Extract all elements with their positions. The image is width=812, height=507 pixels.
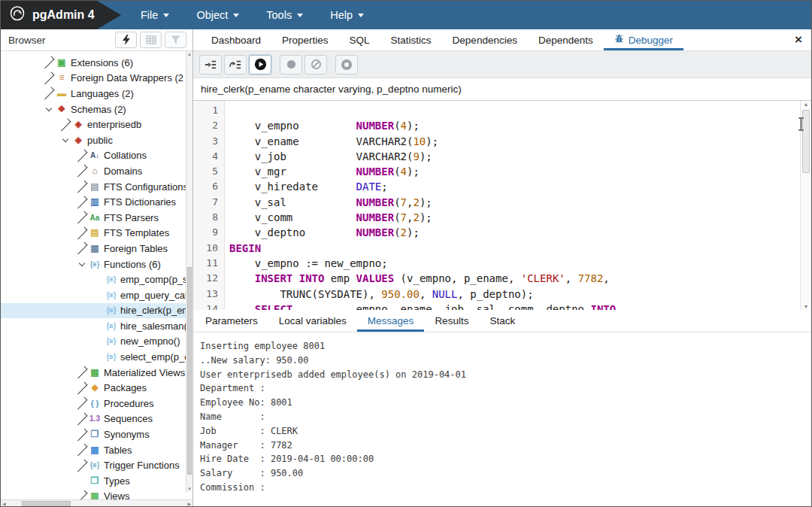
query-tool-button[interactable] [140, 32, 162, 48]
clear-breakpoints-button[interactable] [304, 55, 327, 74]
chevron-right-icon[interactable] [75, 428, 88, 441]
tree-item-emp-comp-p-s[interactable]: {≡}emp_comp(p_s [1, 272, 192, 287]
tree-item-hire-clerk-p-en[interactable]: {≡}hire_clerk(p_en [1, 303, 192, 319]
chevron-right-icon[interactable] [75, 366, 88, 379]
tree-item-schemas-2[interactable]: ❖Schemas (2) [1, 102, 192, 117]
scroll-down-icon[interactable]: ▼ [801, 304, 811, 309]
tree-item-tables[interactable]: ▦Tables [1, 442, 192, 458]
tab-results[interactable]: Results [424, 310, 479, 332]
tree-item-fts-parsers[interactable]: AaFTS Parsers [1, 210, 192, 226]
filter-button[interactable] [165, 32, 186, 48]
line-number[interactable]: 13 [193, 287, 218, 302]
tree-item-domains[interactable]: ⌂Domains [1, 163, 192, 179]
scroll-up-icon[interactable]: ▲ [186, 52, 192, 56]
tree-item-select-emp-p-e[interactable]: {≡}select_emp(p_e [1, 349, 192, 365]
tree-item-trigger-functions[interactable]: {≡}Trigger Functions [1, 457, 192, 473]
tree-item-collations[interactable]: A↓Collations [1, 148, 192, 164]
tree-item-materialized-views[interactable]: ▦Materialized Views [1, 365, 192, 381]
tree-item-enterprisedb[interactable]: ◈enterprisedb [1, 117, 192, 132]
tree-item-public[interactable]: ◈public [1, 132, 192, 148]
step-into-button[interactable] [199, 55, 222, 74]
close-icon[interactable]: × [795, 32, 802, 47]
tree-item-types[interactable]: ❐Types [1, 473, 192, 489]
scrollbar-thumb[interactable] [22, 501, 71, 506]
tab-properties[interactable]: Properties [271, 29, 339, 50]
chevron-right-icon[interactable] [75, 412, 88, 425]
tree-item-foreign-data-wrappers-2[interactable]: ≡Foreign Data Wrappers (2 [1, 71, 192, 87]
chevron-right-icon[interactable] [75, 444, 88, 457]
tab-local-variables[interactable]: Local variables [268, 310, 357, 332]
continue-button[interactable] [249, 55, 271, 74]
chevron-right-icon[interactable] [75, 397, 88, 410]
tab-dependents[interactable]: Dependents [528, 29, 604, 50]
line-number[interactable]: 2 [193, 118, 218, 133]
step-over-button[interactable] [224, 55, 247, 74]
menu-object[interactable]: Object [196, 9, 239, 21]
chevron-right-icon[interactable] [42, 56, 55, 69]
scroll-up-icon[interactable]: ▲ [801, 102, 811, 107]
chevron-down-icon[interactable] [46, 105, 52, 111]
scroll-left-icon[interactable]: ◀ [2, 501, 6, 506]
chevron-right-icon[interactable] [59, 118, 71, 131]
tree-item-sequences[interactable]: 1.3Sequences [1, 411, 192, 427]
line-number[interactable]: 7 [193, 195, 218, 210]
tree-item-views[interactable]: ▦Views [1, 489, 192, 499]
chevron-right-icon[interactable] [75, 459, 88, 472]
chevron-right-icon[interactable] [75, 211, 88, 224]
tab-parameters[interactable]: Parameters [195, 310, 268, 332]
line-number[interactable]: 8 [193, 210, 218, 225]
code-content[interactable]: v_empno NUMBER(4); v_ename VARCHAR2(10);… [225, 101, 811, 310]
stop-button[interactable] [335, 55, 358, 74]
line-number[interactable]: 12 [193, 271, 218, 286]
tab-stack[interactable]: Stack [479, 310, 526, 332]
chevron-right-icon[interactable] [75, 181, 88, 193]
tab-sql[interactable]: SQL [339, 29, 380, 50]
scroll-right-icon[interactable]: ▶ [187, 501, 191, 506]
scrollbar-thumb[interactable] [187, 267, 192, 474]
tab-debugger[interactable]: Debugger [604, 29, 683, 50]
line-number[interactable]: 1 [193, 103, 218, 118]
chevron-right-icon[interactable] [75, 381, 88, 394]
chevron-down-icon[interactable] [79, 260, 85, 266]
tree-item-synonyms[interactable]: ❐Synonyms [1, 427, 192, 442]
tree-item-fts-templates[interactable]: ▤FTS Templates [1, 226, 192, 241]
line-number[interactable]: 11 [193, 256, 218, 271]
tab-messages[interactable]: Messages [357, 310, 425, 332]
menu-help[interactable]: Help [330, 9, 364, 21]
chevron-right-icon[interactable] [75, 165, 88, 178]
tree-vertical-scrollbar[interactable]: ▲ ▼ [186, 51, 192, 492]
chevron-right-icon[interactable] [75, 226, 88, 239]
tree-item-extensions-6[interactable]: ▣Extensions (6) [1, 55, 192, 71]
line-number[interactable]: 3 [193, 134, 218, 149]
line-number[interactable]: 14 [193, 302, 218, 310]
line-number[interactable]: 6 [193, 179, 218, 194]
chevron-right-icon[interactable] [75, 149, 88, 162]
tree-item-hire-salesman[interactable]: {≡}hire_salesman( [1, 318, 192, 334]
chevron-right-icon[interactable] [75, 242, 88, 255]
tree-item-fts-dictionaries[interactable]: ▥FTS Dictionaries [1, 194, 192, 210]
tree-item-foreign-tables[interactable]: ▦Foreign Tables [1, 241, 192, 257]
scroll-down-icon[interactable]: ▼ [186, 487, 192, 491]
menu-tools[interactable]: Tools [266, 9, 303, 21]
tree-item-functions-6[interactable]: {≡}Functions (6) [1, 257, 192, 272]
chevron-right-icon[interactable] [75, 196, 88, 208]
tree-horizontal-scrollbar[interactable]: ◀ ▶ [1, 499, 192, 507]
tree-item-emp-query-cal[interactable]: {≡}emp_query_cal [1, 287, 192, 303]
tree-item-procedures[interactable]: { }Procedures [1, 396, 192, 411]
tab-statistics[interactable]: Statistics [380, 29, 442, 50]
code-editor[interactable]: 1234567891011121314 v_empno NUMBER(4); v… [193, 101, 811, 310]
tab-dependencies[interactable]: Dependencies [442, 29, 528, 50]
tree-item-packages[interactable]: ◆Packages [1, 380, 192, 396]
chevron-down-icon[interactable] [62, 136, 68, 142]
line-number[interactable]: 9 [193, 225, 218, 240]
line-number[interactable]: 5 [193, 164, 218, 179]
line-number[interactable]: 10 [193, 241, 218, 256]
scrollbar-thumb[interactable] [802, 110, 810, 173]
chevron-right-icon[interactable] [42, 87, 55, 100]
quick-search-button[interactable] [115, 32, 137, 48]
chevron-right-icon[interactable] [75, 490, 88, 499]
tree-item-languages-2[interactable]: ▬Languages (2) [1, 86, 192, 102]
tab-dashboard[interactable]: Dashboard [201, 29, 271, 50]
chevron-right-icon[interactable] [42, 71, 55, 84]
tree-item-fts-configurations[interactable]: ▤FTS Configurations [1, 179, 192, 195]
